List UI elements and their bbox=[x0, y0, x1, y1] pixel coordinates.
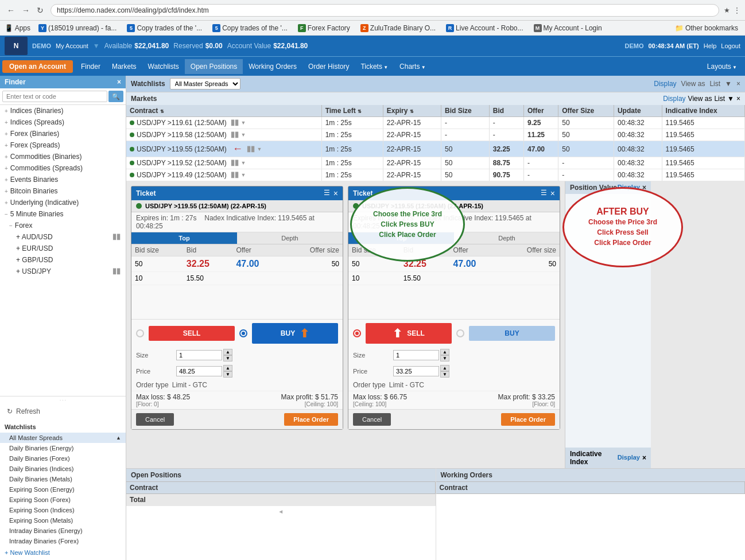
watchlist-item-expiring-indices[interactable]: Expiring Soon (Indices) bbox=[0, 505, 126, 515]
refresh-button[interactable]: ↻ Refresh bbox=[0, 404, 126, 419]
table-row[interactable]: USD/JPY >119.61 (12:50AM)▊▊ ▼ 1m : 25s22… bbox=[126, 117, 745, 129]
bookmark-yahoo[interactable]: Y (185019 unread) - fa... bbox=[36, 24, 119, 33]
sidebar-item-indices-binaries[interactable]: +Indices (Binaries) bbox=[0, 105, 126, 116]
ticket-left-tab-top[interactable]: Top bbox=[131, 232, 237, 244]
watchlist-item-intraday-energy[interactable]: Intraday Binaries (Energy) bbox=[0, 526, 126, 536]
logout-link[interactable]: Logout bbox=[721, 42, 740, 49]
bookmark-zulu[interactable]: Z ZuluTrade Binary O... bbox=[358, 24, 438, 33]
col-time-left[interactable]: Time Left ⇅ bbox=[321, 105, 383, 117]
ticket-left-tab-depth[interactable]: Depth bbox=[237, 232, 343, 244]
ind-close-icon[interactable]: × bbox=[642, 454, 646, 462]
sidebar-item-events-binaries[interactable]: +Events Binaries bbox=[0, 174, 126, 185]
sidebar-item-forex[interactable]: −Forex bbox=[0, 220, 126, 231]
col-contract[interactable]: Contract ⇅ bbox=[126, 105, 321, 117]
ticket-left-close-button[interactable]: × bbox=[333, 189, 338, 198]
sell-radio-left[interactable] bbox=[136, 329, 144, 337]
nav-finder[interactable]: Finder bbox=[75, 59, 106, 74]
sidebar-item-bitcoin-binaries[interactable]: +Bitcoin Binaries bbox=[0, 185, 126, 197]
nav-charts[interactable]: Charts bbox=[394, 59, 431, 74]
price-input-right[interactable] bbox=[393, 366, 439, 376]
watchlist-item-daily-forex[interactable]: Daily Binaries (Forex) bbox=[0, 453, 126, 464]
nav-layouts[interactable]: Layouts bbox=[701, 59, 743, 74]
back-button[interactable]: ← bbox=[5, 5, 17, 16]
bookmark-copy2[interactable]: 5 Copy trades of the '... bbox=[210, 24, 290, 33]
sidebar-item-underlying[interactable]: +Underlying (Indicative) bbox=[0, 197, 126, 208]
price-up-right[interactable]: ▲ bbox=[440, 365, 449, 371]
nav-open-positions[interactable]: Open Positions bbox=[185, 59, 243, 74]
ticket-right-menu-icon[interactable]: ☰ bbox=[541, 189, 547, 198]
browser-url-bar[interactable]: https://demo.nadex.com//dealing/pd/cfd/i… bbox=[51, 4, 719, 17]
search-button[interactable]: 🔍 bbox=[108, 91, 123, 102]
size-input-right[interactable] bbox=[393, 350, 439, 360]
my-account-link[interactable]: My Account bbox=[56, 42, 88, 49]
apps-bookmark[interactable]: 📱 Apps bbox=[5, 24, 30, 32]
watchlists-close-icon[interactable]: × bbox=[736, 80, 740, 88]
col-bid[interactable]: Bid bbox=[489, 105, 523, 117]
cancel-button-right[interactable]: Cancel bbox=[353, 413, 391, 426]
price-input-left[interactable] bbox=[176, 366, 222, 376]
markets-close-icon[interactable]: × bbox=[736, 95, 740, 103]
sidebar-item-usdjpy[interactable]: + USD/JPY ▊▊ bbox=[0, 266, 126, 277]
sidebar-item-5min-binaries[interactable]: −5 Minute Binaries bbox=[0, 208, 126, 220]
size-down-right[interactable]: ▼ bbox=[440, 355, 449, 361]
search-input[interactable] bbox=[2, 91, 107, 102]
place-order-button-right[interactable]: Place Order bbox=[501, 413, 555, 426]
browser-nav[interactable]: ← → ↻ bbox=[5, 5, 46, 16]
refresh-button[interactable]: ↻ bbox=[34, 5, 46, 16]
table-row[interactable]: USD/JPY >119.49 (12:50AM)▊▊ ▼ 1m : 25s22… bbox=[126, 169, 745, 181]
watchlist-item-expiring-metals[interactable]: Expiring Soon (Metals) bbox=[0, 515, 126, 526]
nav-markets[interactable]: Markets bbox=[106, 59, 142, 74]
size-stepper-right[interactable]: ▲ ▼ bbox=[440, 349, 449, 361]
size-stepper-left[interactable]: ▲ ▼ bbox=[223, 349, 232, 361]
col-indicative-index[interactable]: Indicative Index bbox=[662, 105, 744, 117]
sidebar-item-commodities-spreads[interactable]: +Commodities (Spreads) bbox=[0, 162, 126, 174]
nav-watchlists[interactable]: Watchlists bbox=[142, 59, 185, 74]
col-offer-size[interactable]: Offer Size bbox=[558, 105, 614, 117]
ticket-right-close-button[interactable]: × bbox=[550, 189, 555, 198]
sidebar-item-commodities-binaries[interactable]: +Commodities (Binaries) bbox=[0, 151, 126, 162]
bookmark-forex[interactable]: F Forex Factory bbox=[296, 24, 352, 33]
nav-working-orders[interactable]: Working Orders bbox=[243, 59, 302, 74]
watchlist-item-intraday-forex[interactable]: Intraday Binaries (Forex) bbox=[0, 536, 126, 546]
price-stepper-left[interactable]: ▲ ▼ bbox=[223, 365, 232, 378]
col-bid-size[interactable]: Bid Size bbox=[441, 105, 490, 117]
size-up-right[interactable]: ▲ bbox=[440, 349, 449, 355]
buy-button-right[interactable]: BUY bbox=[469, 326, 555, 341]
open-account-button[interactable]: Open an Account bbox=[2, 60, 73, 73]
nav-tickets[interactable]: Tickets bbox=[355, 59, 394, 74]
watchlist-item-daily-indices[interactable]: Daily Binaries (Indices) bbox=[0, 464, 126, 474]
pv-close-icon[interactable]: × bbox=[642, 184, 646, 192]
sidebar-item-audusd[interactable]: + AUD/USD ▊▊ bbox=[0, 231, 126, 243]
watchlist-item-expiring-forex[interactable]: Expiring Soon (Forex) bbox=[0, 495, 126, 505]
buy-radio-right[interactable] bbox=[456, 329, 464, 337]
sell-radio-right[interactable] bbox=[353, 329, 361, 337]
sidebar-item-forex-binaries[interactable]: +Forex (Binaries) bbox=[0, 128, 126, 139]
nav-order-history[interactable]: Order History bbox=[302, 59, 355, 74]
col-expiry[interactable]: Expiry ⇅ bbox=[383, 105, 441, 117]
markets-display-link[interactable]: Display bbox=[663, 95, 685, 103]
price-down-left[interactable]: ▼ bbox=[223, 371, 232, 378]
size-up-left[interactable]: ▲ bbox=[223, 349, 232, 355]
col-update[interactable]: Update bbox=[614, 105, 662, 117]
size-down-left[interactable]: ▼ bbox=[223, 355, 232, 361]
ticket-right-tab-top[interactable]: Top bbox=[348, 232, 454, 244]
price-up-left[interactable]: ▲ bbox=[223, 365, 232, 371]
sidebar-item-indices-spreads[interactable]: +Indices (Spreads) bbox=[0, 116, 126, 128]
bookmark-myaccount[interactable]: M My Account - Login bbox=[531, 24, 604, 33]
watchlist-item-daily-metals[interactable]: Daily Binaries (Metals) bbox=[0, 474, 126, 484]
sell-button-right[interactable]: ⬆ SELL bbox=[366, 323, 452, 344]
cancel-button-left[interactable]: Cancel bbox=[136, 413, 174, 426]
buy-button-left[interactable]: BUY ⬆ bbox=[252, 323, 338, 344]
sidebar-item-eurusd[interactable]: + EUR/USD bbox=[0, 243, 126, 254]
pv-display-link[interactable]: Display bbox=[618, 184, 640, 192]
ind-display-link[interactable]: Display bbox=[618, 454, 640, 462]
col-offer[interactable]: Offer bbox=[524, 105, 558, 117]
help-link[interactable]: Help bbox=[704, 42, 717, 49]
bookmark-live[interactable]: R Live Account - Robo... bbox=[444, 24, 525, 33]
ticket-left-menu-icon[interactable]: ☰ bbox=[324, 189, 330, 198]
watchlist-item-expiring-energy[interactable]: Expiring Soon (Energy) bbox=[0, 484, 126, 495]
table-row[interactable]: USD/JPY >119.58 (12:50AM)▊▊ ▼ 1m : 25s22… bbox=[126, 129, 745, 141]
place-order-button-left[interactable]: Place Order bbox=[284, 413, 338, 426]
buy-radio-left[interactable] bbox=[239, 329, 247, 337]
sidebar-item-gbpusd[interactable]: + GBP/USD bbox=[0, 254, 126, 266]
